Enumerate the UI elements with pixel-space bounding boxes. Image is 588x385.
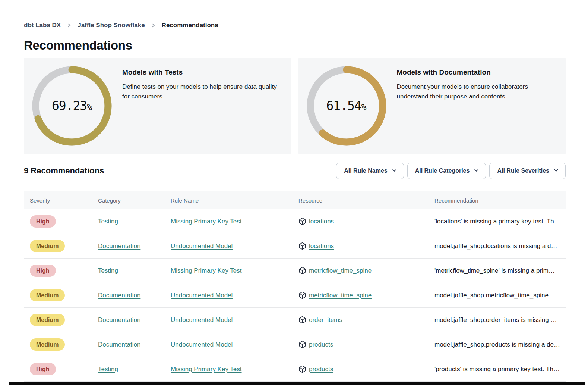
- table-header-row: Severity Category Rule Name Resource Rec…: [24, 191, 566, 209]
- column-header-recommendation: Recommendation: [429, 197, 566, 204]
- rule-name-cell: Undocumented Model: [165, 292, 293, 299]
- resource-cell: products: [293, 365, 429, 373]
- category-link[interactable]: Testing: [98, 366, 118, 373]
- recommendation-text: model.jaffle_shop.metricflow_time_spine …: [429, 292, 566, 299]
- tests-donut-chart: 69.23%: [24, 58, 120, 154]
- rule-name-cell: Missing Primary Key Test: [165, 366, 293, 373]
- recommendation-text: model.jaffle_shop.locations is missing a…: [429, 242, 566, 250]
- category-link[interactable]: Testing: [98, 267, 118, 274]
- column-header-rule-name: Rule Name: [165, 197, 293, 204]
- column-header-severity: Severity: [24, 197, 92, 204]
- severity-badge: High: [30, 363, 56, 375]
- table-row: High Testing Missing Primary Key Test pr…: [24, 357, 566, 382]
- recommendations-count: 9 Recommendations: [24, 166, 104, 176]
- filter-label: All Rule Severities: [497, 168, 549, 174]
- recommendation-text: 'metricflow_time_spine' is missing a pri…: [429, 267, 566, 275]
- models-with-documentation-card: 61.54% Models with Documentation Documen…: [298, 58, 566, 154]
- severity-cell: High: [24, 363, 92, 375]
- table-row: Medium Documentation Undocumented Model …: [24, 332, 566, 357]
- recommendation-text: model.jaffle_shop.products is missing a …: [429, 341, 566, 348]
- main-content: dbt Labs DX Jaffle Shop Snowflake Recomm…: [0, 0, 588, 382]
- resource-link[interactable]: metricflow_time_spine: [309, 292, 372, 299]
- resource-cell: metricflow_time_spine: [293, 267, 429, 275]
- recommendation-text: 'locations' is missing a primary key tes…: [429, 218, 566, 225]
- category-cell: Documentation: [92, 242, 165, 250]
- model-cube-icon: [298, 316, 306, 324]
- model-cube-icon: [298, 365, 306, 373]
- rule-name-cell: Undocumented Model: [165, 316, 293, 324]
- rule-name-link[interactable]: Missing Primary Key Test: [171, 267, 242, 274]
- rule-name-link[interactable]: Undocumented Model: [171, 292, 233, 299]
- models-with-tests-card: 69.23% Models with Tests Define tests on…: [24, 58, 291, 154]
- resource-cell: products: [293, 341, 429, 348]
- severity-badge: High: [30, 265, 56, 277]
- filter-label: All Rule Categories: [415, 168, 470, 174]
- table-row: High Testing Missing Primary Key Test me…: [24, 259, 566, 283]
- table-row: Medium Documentation Undocumented Model …: [24, 234, 566, 259]
- chevron-down-icon: [474, 168, 479, 175]
- table-body: High Testing Missing Primary Key Test lo…: [24, 209, 566, 382]
- category-cell: Testing: [92, 366, 165, 373]
- category-link[interactable]: Testing: [98, 218, 118, 225]
- rule-categories-filter-dropdown[interactable]: All Rule Categories: [407, 163, 486, 179]
- docs-donut-chart: 61.54%: [298, 58, 395, 154]
- chevron-down-icon: [553, 168, 559, 175]
- breadcrumb-item-dbt-labs-dx[interactable]: dbt Labs DX: [24, 22, 61, 29]
- category-cell: Documentation: [92, 341, 165, 348]
- severity-badge: Medium: [30, 314, 65, 326]
- category-cell: Documentation: [92, 292, 165, 299]
- model-cube-icon: [298, 341, 306, 348]
- filter-label: All Rule Names: [344, 168, 387, 174]
- card-title: Models with Tests: [122, 68, 282, 77]
- rule-name-link[interactable]: Undocumented Model: [171, 242, 233, 250]
- category-link[interactable]: Documentation: [98, 341, 140, 348]
- severity-badge: Medium: [30, 289, 65, 301]
- model-cube-icon: [298, 291, 306, 299]
- resource-link[interactable]: products: [309, 341, 333, 348]
- severity-cell: Medium: [24, 289, 92, 301]
- bottom-edge-bar: [9, 382, 585, 385]
- resource-link[interactable]: order_items: [309, 316, 342, 324]
- category-cell: Testing: [92, 218, 165, 225]
- category-link[interactable]: Documentation: [98, 242, 140, 250]
- severity-cell: Medium: [24, 314, 92, 326]
- rule-names-filter-dropdown[interactable]: All Rule Names: [336, 163, 404, 179]
- rule-severities-filter-dropdown[interactable]: All Rule Severities: [489, 163, 566, 179]
- rule-name-cell: Undocumented Model: [165, 341, 293, 348]
- rule-name-link[interactable]: Missing Primary Key Test: [171, 366, 242, 373]
- severity-badge: Medium: [30, 240, 65, 252]
- resource-link[interactable]: metricflow_time_spine: [309, 267, 372, 275]
- recommendations-list-header: 9 Recommendations All Rule Names All Rul…: [24, 163, 566, 179]
- category-link[interactable]: Documentation: [98, 292, 140, 299]
- recommendations-table: Severity Category Rule Name Resource Rec…: [24, 191, 566, 382]
- page-title: Recommendations: [24, 38, 566, 53]
- category-cell: Documentation: [92, 316, 165, 324]
- card-title: Models with Documentation: [397, 68, 556, 77]
- resource-cell: locations: [293, 242, 429, 250]
- filter-bar: All Rule Names All Rule Categories All R…: [336, 163, 566, 179]
- severity-cell: High: [24, 215, 92, 228]
- resource-link[interactable]: products: [309, 366, 333, 373]
- rule-name-link[interactable]: Undocumented Model: [171, 316, 233, 323]
- resource-cell: order_items: [293, 316, 429, 324]
- chevron-down-icon: [392, 168, 397, 175]
- category-link[interactable]: Documentation: [98, 316, 140, 323]
- breadcrumb-item-recommendations: Recommendations: [162, 22, 218, 29]
- rule-name-cell: Missing Primary Key Test: [165, 218, 293, 225]
- breadcrumb: dbt Labs DX Jaffle Shop Snowflake Recomm…: [24, 0, 566, 29]
- chevron-right-icon: [67, 23, 71, 28]
- severity-cell: Medium: [24, 240, 92, 252]
- table-row: Medium Documentation Undocumented Model …: [24, 308, 566, 332]
- resource-link[interactable]: locations: [309, 242, 334, 250]
- card-description: Define tests on your models to help ensu…: [122, 82, 282, 101]
- resource-link[interactable]: locations: [309, 218, 334, 225]
- column-header-category: Category: [92, 197, 165, 204]
- rule-name-link[interactable]: Missing Primary Key Test: [171, 218, 242, 225]
- column-header-resource: Resource: [293, 197, 429, 204]
- severity-badge: Medium: [30, 338, 65, 351]
- rule-name-link[interactable]: Undocumented Model: [171, 341, 233, 348]
- breadcrumb-item-jaffle-shop-snowflake[interactable]: Jaffle Shop Snowflake: [78, 22, 145, 29]
- recommendation-text: model.jaffle_shop.order_items is missing…: [429, 316, 566, 324]
- resource-cell: metricflow_time_spine: [293, 291, 429, 299]
- card-description: Document your models to ensure collabora…: [397, 82, 556, 101]
